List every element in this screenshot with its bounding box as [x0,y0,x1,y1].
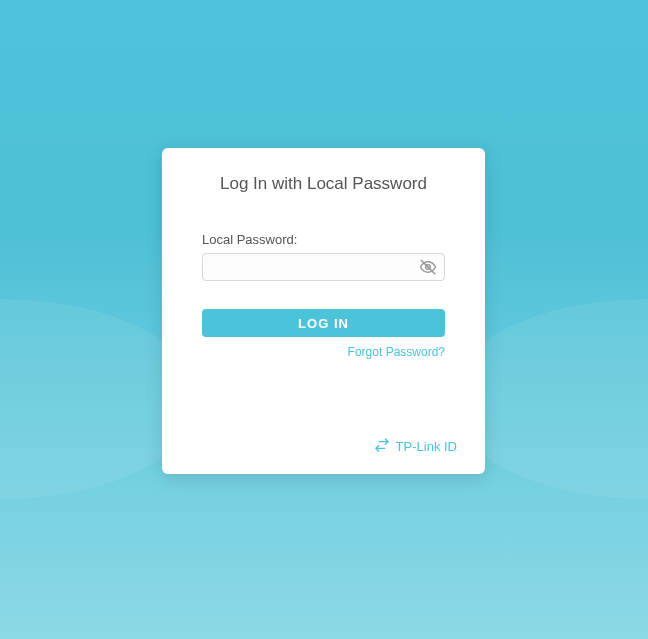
login-title: Log In with Local Password [190,174,457,194]
login-button[interactable]: LOG IN [202,309,445,337]
tp-link-id-label: TP-Link ID [396,439,457,454]
password-input-wrap [202,253,445,281]
login-card: Log In with Local Password Local Passwor… [162,148,485,474]
login-form: Local Password: LOG IN Forgot Password? [190,232,457,359]
password-input[interactable] [202,253,445,281]
tp-link-id-link[interactable]: TP-Link ID [190,427,457,456]
password-label: Local Password: [202,232,445,247]
swap-icon [374,437,390,456]
forgot-password-link[interactable]: Forgot Password? [202,345,445,359]
eye-slash-icon[interactable] [419,258,437,276]
